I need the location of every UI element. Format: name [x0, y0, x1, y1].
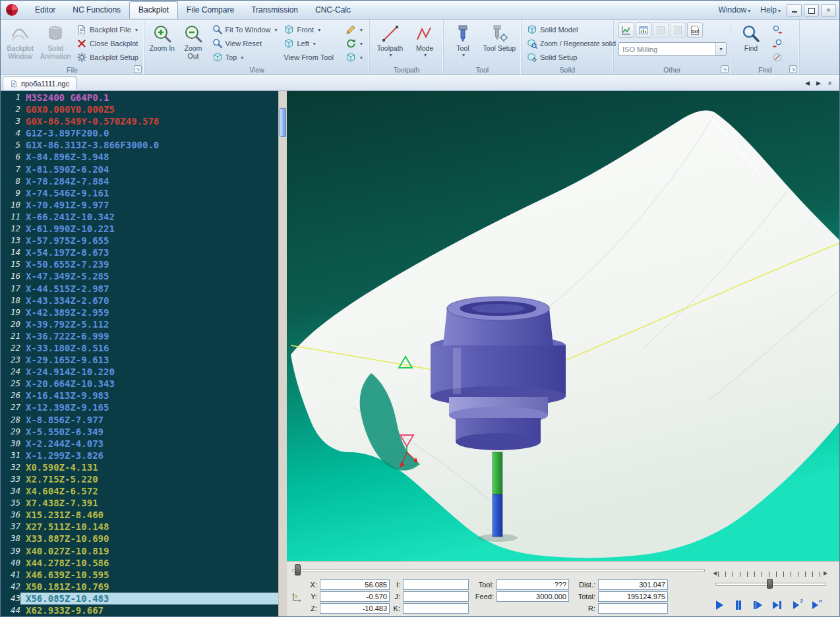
- code-line[interactable]: 10X-70.491Z-9.977: [1, 199, 278, 211]
- code-line[interactable]: 34X4.604Z-6.572: [1, 485, 278, 497]
- backplot-setup-button[interactable]: Backplot Setup: [74, 51, 141, 64]
- redraw-button[interactable]: ▾: [343, 37, 367, 50]
- code-line[interactable]: 13X-57.975Z-9.655: [1, 235, 278, 247]
- code-line[interactable]: 40X44.278Z-10.586: [1, 557, 278, 569]
- dialog-launcher-icon[interactable]: ↘: [789, 65, 797, 73]
- close-button[interactable]: ×: [821, 4, 836, 16]
- view-orientation-button[interactable]: ▾: [343, 51, 367, 64]
- file-tab[interactable]: проба1111.ngc: [3, 76, 76, 90]
- clear-marks-button[interactable]: [769, 51, 785, 64]
- play-2x-button[interactable]: 2: [788, 597, 804, 613]
- tool-setup-button[interactable]: Tool Setup: [481, 22, 518, 66]
- code-line[interactable]: 6X-84.896Z-3.948: [1, 151, 278, 163]
- code-line[interactable]: 33X2.715Z-5.220: [1, 473, 278, 485]
- toolpath-button[interactable]: Toolpath ▾: [373, 22, 407, 66]
- export-button[interactable]: [653, 22, 669, 38]
- play-button[interactable]: [711, 597, 727, 613]
- tab-transmission[interactable]: Transmission: [243, 2, 307, 18]
- code-line[interactable]: 35X7.438Z-7.391: [1, 497, 278, 509]
- solid-animation-button[interactable]: Solid Animation: [39, 22, 73, 66]
- tab-file-compare[interactable]: File Compare: [178, 2, 243, 18]
- zoom-in-button[interactable]: Zoom In: [147, 22, 177, 66]
- code-line[interactable]: 5G1X-86.313Z-3.866F3000.0: [1, 139, 278, 151]
- code-line[interactable]: 23X-29.165Z-9.613: [1, 354, 278, 366]
- top-view-button[interactable]: Top ▾: [210, 51, 280, 64]
- close-backplot-button[interactable]: Close Backplot: [74, 37, 141, 50]
- fit-to-window-button[interactable]: Fit To Window ▾: [210, 23, 280, 36]
- app-logo-icon[interactable]: [4, 3, 20, 17]
- pause-button[interactable]: [731, 597, 746, 613]
- code-line[interactable]: 17X-44.515Z-2.987: [1, 283, 278, 295]
- dxf-export-button[interactable]: DXF: [687, 22, 703, 38]
- y-value-field[interactable]: -0.570: [320, 591, 390, 602]
- code-line[interactable]: 22X-33.180Z-8.516: [1, 342, 278, 354]
- code-line[interactable]: 12X-61.990Z-10.221: [1, 223, 278, 235]
- tool-value-field[interactable]: ???: [496, 579, 569, 590]
- zoom-out-button[interactable]: Zoom Out: [178, 22, 208, 66]
- step-forward-button[interactable]: [750, 597, 765, 613]
- total-value-field[interactable]: 195124.975: [598, 591, 668, 602]
- tab-backplot[interactable]: Backplot: [129, 1, 178, 18]
- statistics-button[interactable]: [618, 22, 634, 38]
- code-line[interactable]: 37X27.511Z-10.148: [1, 521, 278, 533]
- code-line[interactable]: 24X-24.914Z-10.220: [1, 366, 278, 378]
- code-line[interactable]: 16X-47.349Z-5.285: [1, 270, 278, 282]
- code-line[interactable]: 3G0X-86.549Y-0.570Z49.578: [1, 115, 278, 127]
- code-line[interactable]: 19X-42.389Z-2.959: [1, 307, 278, 318]
- dist-value-field[interactable]: 301.047: [598, 579, 668, 590]
- view-reset-button[interactable]: View Reset: [210, 37, 280, 50]
- code-line[interactable]: 8X-78.284Z-7.884: [1, 175, 278, 187]
- find-button[interactable]: Find: [734, 22, 768, 66]
- k-value-field[interactable]: [403, 603, 469, 614]
- scrollbar-thumb[interactable]: [280, 108, 286, 137]
- code-line[interactable]: 30X-2.244Z-4.073: [1, 438, 278, 450]
- nc-code-editor[interactable]: 1M3S2400 G64P0.12G0X0.000Y0.000Z53G0X-86…: [1, 91, 278, 617]
- find-next-button[interactable]: [769, 23, 785, 36]
- window-menu[interactable]: Window▾: [715, 3, 755, 16]
- minimize-button[interactable]: [787, 4, 802, 16]
- backplot-3d-view[interactable]: [287, 91, 840, 561]
- help-menu[interactable]: Help▾: [756, 3, 785, 16]
- find-previous-button[interactable]: [769, 37, 785, 50]
- dialog-launcher-icon[interactable]: ↘: [134, 65, 142, 73]
- solid-model-button[interactable]: Solid Model: [524, 23, 618, 36]
- tab-nc-functions[interactable]: NC Functions: [64, 2, 129, 18]
- tab-editor[interactable]: Editor: [26, 2, 64, 18]
- code-line[interactable]: 36X15.231Z-8.460: [1, 509, 278, 521]
- j-value-field[interactable]: [403, 591, 469, 602]
- code-line[interactable]: 25X-20.664Z-10.343: [1, 378, 278, 390]
- code-line[interactable]: 29X-5.550Z-6.349: [1, 426, 278, 438]
- code-line[interactable]: 11X-66.241Z-10.342: [1, 211, 278, 223]
- code-line[interactable]: 32X0.590Z-4.131: [1, 461, 278, 473]
- scroll-tabs-left-button[interactable]: ◀: [802, 78, 812, 88]
- draw-mode-button[interactable]: ▾: [343, 23, 367, 36]
- front-view-button[interactable]: Front ▾: [281, 23, 342, 36]
- code-line[interactable]: 20X-39.792Z-5.112: [1, 318, 278, 330]
- code-line[interactable]: 26X-16.413Z-9.983: [1, 390, 278, 401]
- code-line[interactable]: 4G1Z-3.897F200.0: [1, 127, 278, 139]
- zoom-regenerate-solid-button[interactable]: Zoom / Regenerate solid: [524, 37, 618, 50]
- code-line[interactable]: 9X-74.546Z-9.161: [1, 187, 278, 199]
- x-value-field[interactable]: 56.085: [320, 579, 390, 590]
- code-line[interactable]: 31X-1.299Z-3.826: [1, 450, 278, 461]
- scroll-tabs-right-button[interactable]: ▶: [814, 78, 824, 88]
- progress-slider-handle[interactable]: [295, 564, 301, 575]
- tool-button[interactable]: Tool ▾: [446, 22, 479, 66]
- code-line[interactable]: 15X-50.655Z-7.239: [1, 258, 278, 270]
- info-window-button[interactable]: [636, 22, 651, 38]
- play-all-button[interactable]: n: [807, 597, 823, 613]
- code-line[interactable]: 44X62.933Z-9.667: [1, 604, 278, 616]
- tab-cnc-calc[interactable]: CNC-Calc: [307, 2, 359, 18]
- code-line[interactable]: 28X-8.856Z-7.977: [1, 414, 278, 426]
- code-line[interactable]: 43X56.085Z-10.483: [1, 593, 278, 604]
- code-line[interactable]: 2G0X0.000Y0.000Z5: [1, 103, 278, 115]
- dialog-launcher-icon[interactable]: ↘: [721, 65, 729, 73]
- code-line[interactable]: 39X40.027Z-10.819: [1, 545, 278, 557]
- view-from-tool-button[interactable]: View From Tool: [281, 51, 342, 64]
- progress-slider[interactable]: [292, 569, 705, 572]
- backplot-window-button[interactable]: Backplot Window: [3, 22, 38, 66]
- speed-slider-handle[interactable]: [767, 579, 773, 589]
- i-value-field[interactable]: [403, 579, 469, 590]
- left-view-button[interactable]: Left ▾: [281, 37, 342, 50]
- import-button[interactable]: [670, 22, 686, 38]
